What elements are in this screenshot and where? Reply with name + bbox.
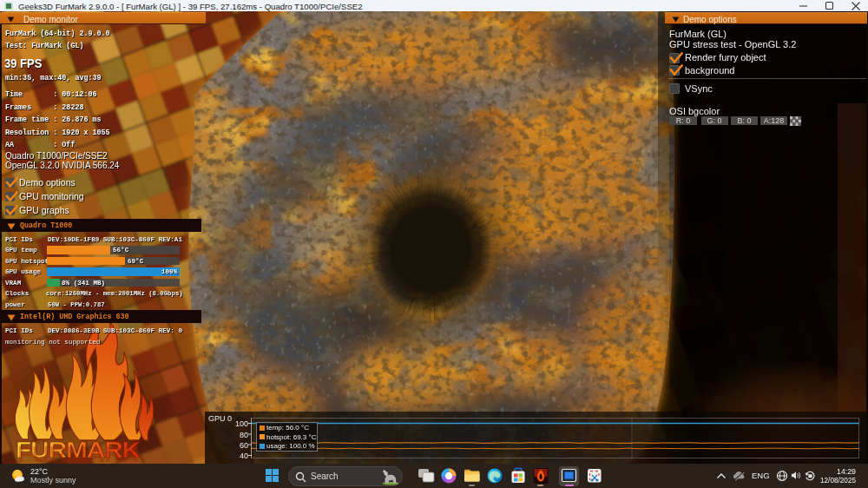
svg-text:FURMARK: FURMARK xyxy=(17,442,140,464)
